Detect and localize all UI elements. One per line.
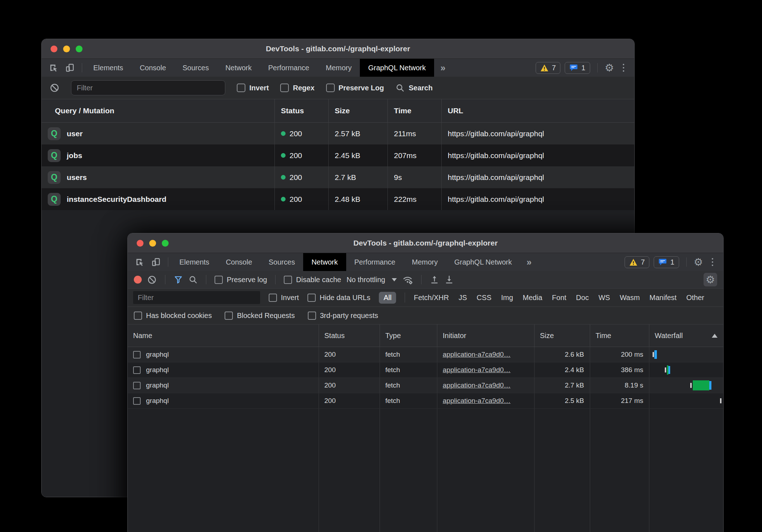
- request-row[interactable]: graphql 200 fetch application-a7ca9d0… 2…: [128, 362, 723, 378]
- filter-type-ws[interactable]: WS: [598, 294, 610, 302]
- issues-badge[interactable]: 1: [654, 256, 679, 268]
- query-row[interactable]: QinstanceSecurityDashboard 200 2.48 kB 2…: [42, 188, 634, 210]
- disable-cache-checkbox[interactable]: Disable cache: [284, 276, 341, 284]
- preserve-log-checkbox[interactable]: Preserve Log: [326, 84, 384, 92]
- filter-type-css[interactable]: CSS: [477, 294, 491, 302]
- has-blocked-cookies-checkbox[interactable]: Has blocked cookies: [134, 312, 212, 320]
- warnings-badge[interactable]: 7: [625, 256, 649, 268]
- request-row[interactable]: graphql 200 fetch application-a7ca9d0… 2…: [128, 378, 723, 393]
- tab-sources[interactable]: Sources: [260, 253, 303, 271]
- filter-funnel-icon[interactable]: [174, 275, 183, 284]
- titlebar[interactable]: DevTools - gitlab.com/-/graphql-explorer: [128, 233, 723, 253]
- clear-network-log-icon[interactable]: [147, 275, 157, 285]
- row-checkbox[interactable]: [133, 351, 141, 358]
- column-time[interactable]: Time: [590, 324, 649, 347]
- settings-gear-icon[interactable]: ⚙: [605, 63, 614, 73]
- export-har-icon[interactable]: [445, 275, 454, 284]
- filter-type-manifest[interactable]: Manifest: [649, 294, 677, 302]
- preserve-log-checkbox[interactable]: Preserve log: [215, 276, 267, 284]
- network-filter-input[interactable]: [133, 291, 260, 304]
- filter-type-media[interactable]: Media: [523, 294, 542, 302]
- inspect-element-icon[interactable]: [135, 257, 144, 267]
- invert-checkbox[interactable]: Invert: [269, 294, 299, 302]
- filter-type-img[interactable]: Img: [501, 294, 513, 302]
- hide-data-urls-checkbox[interactable]: Hide data URLs: [307, 294, 370, 302]
- message-icon: [658, 258, 667, 266]
- third-party-requests-checkbox[interactable]: 3rd-party requests: [308, 312, 378, 320]
- tab-memory[interactable]: Memory: [404, 253, 446, 271]
- minimize-window-button[interactable]: [63, 46, 70, 52]
- tab-graphql-network[interactable]: GraphQL Network: [360, 59, 434, 77]
- filter-type-doc[interactable]: Doc: [576, 294, 589, 302]
- tab-graphql-network[interactable]: GraphQL Network: [446, 253, 520, 271]
- close-window-button[interactable]: [51, 46, 57, 52]
- row-checkbox[interactable]: [133, 366, 141, 374]
- request-row[interactable]: graphql 200 fetch application-a7ca9d0… 2…: [128, 347, 723, 362]
- more-tabs-icon[interactable]: »: [434, 59, 452, 77]
- zoom-window-button[interactable]: [76, 46, 83, 52]
- minimize-window-button[interactable]: [149, 240, 156, 247]
- column-type[interactable]: Type: [380, 324, 437, 347]
- more-tabs-icon[interactable]: »: [520, 253, 538, 271]
- issues-badge[interactable]: 1: [565, 62, 590, 74]
- filter-type-js[interactable]: JS: [458, 294, 467, 302]
- regex-checkbox[interactable]: Regex: [280, 84, 314, 92]
- query-row[interactable]: Qusers 200 2.7 kB 9s https://gitlab.com/…: [42, 166, 634, 188]
- column-size[interactable]: Size: [535, 324, 590, 347]
- more-options-icon[interactable]: [707, 258, 718, 266]
- tab-network[interactable]: Network: [303, 253, 346, 271]
- tab-elements[interactable]: Elements: [85, 59, 131, 77]
- titlebar[interactable]: DevTools - gitlab.com/-/graphql-explorer: [42, 39, 634, 59]
- device-toolbar-icon[interactable]: [65, 63, 75, 72]
- tab-console[interactable]: Console: [131, 59, 174, 77]
- filter-type-fetch-xhr[interactable]: Fetch/XHR: [414, 294, 449, 302]
- throttling-select[interactable]: No throttling: [347, 276, 397, 284]
- filter-type-font[interactable]: Font: [552, 294, 566, 302]
- import-har-icon[interactable]: [430, 275, 439, 284]
- tab-network[interactable]: Network: [217, 59, 260, 77]
- search-icon[interactable]: [188, 275, 198, 284]
- row-checkbox[interactable]: [133, 382, 141, 389]
- column-waterfall[interactable]: Waterfall: [649, 324, 723, 347]
- initiator-link[interactable]: application-a7ca9d0…: [443, 351, 511, 358]
- column-initiator[interactable]: Initiator: [437, 324, 535, 347]
- initiator-link[interactable]: application-a7ca9d0…: [443, 366, 511, 374]
- filter-type-all[interactable]: All: [379, 292, 396, 304]
- network-conditions-icon[interactable]: [402, 275, 413, 285]
- zoom-window-button[interactable]: [162, 240, 169, 247]
- filter-input[interactable]: [71, 80, 225, 95]
- close-window-button[interactable]: [137, 240, 144, 247]
- tab-performance[interactable]: Performance: [346, 253, 404, 271]
- device-toolbar-icon[interactable]: [151, 257, 161, 267]
- status-value: 200: [319, 362, 380, 377]
- tab-memory[interactable]: Memory: [318, 59, 360, 77]
- tab-sources[interactable]: Sources: [174, 59, 217, 77]
- query-row[interactable]: Quser 200 2.57 kB 211ms https://gitlab.c…: [42, 123, 634, 144]
- network-settings-button[interactable]: ⚙: [704, 273, 717, 286]
- initiator-link[interactable]: application-a7ca9d0…: [443, 381, 511, 389]
- record-network-log-button[interactable]: [134, 276, 142, 284]
- query-badge: Q: [48, 171, 61, 184]
- waterfall-segment-green: [693, 380, 709, 390]
- column-status[interactable]: Status: [319, 324, 380, 347]
- blocked-requests-checkbox[interactable]: Blocked Requests: [225, 312, 295, 320]
- initiator-link[interactable]: application-a7ca9d0…: [443, 397, 511, 405]
- column-name[interactable]: Name: [128, 324, 319, 347]
- tab-elements[interactable]: Elements: [171, 253, 217, 271]
- invert-checkbox[interactable]: Invert: [237, 84, 269, 92]
- tab-performance[interactable]: Performance: [260, 59, 318, 77]
- query-row[interactable]: Qjobs 200 2.45 kB 207ms https://gitlab.c…: [42, 144, 634, 166]
- settings-gear-icon[interactable]: ⚙: [694, 257, 703, 267]
- search-button[interactable]: Search: [395, 83, 433, 92]
- tab-console[interactable]: Console: [217, 253, 260, 271]
- window-title: DevTools - gitlab.com/-/graphql-explorer: [128, 239, 723, 247]
- more-options-icon[interactable]: [618, 64, 629, 72]
- request-row[interactable]: graphql 200 fetch application-a7ca9d0… 2…: [128, 393, 723, 409]
- clear-icon[interactable]: [50, 83, 60, 93]
- filter-type-wasm[interactable]: Wasm: [620, 294, 640, 302]
- row-checkbox[interactable]: [133, 397, 141, 405]
- warnings-badge[interactable]: 7: [536, 62, 560, 74]
- column-time: Time: [388, 99, 442, 122]
- filter-type-other[interactable]: Other: [686, 294, 704, 302]
- inspect-element-icon[interactable]: [49, 63, 58, 72]
